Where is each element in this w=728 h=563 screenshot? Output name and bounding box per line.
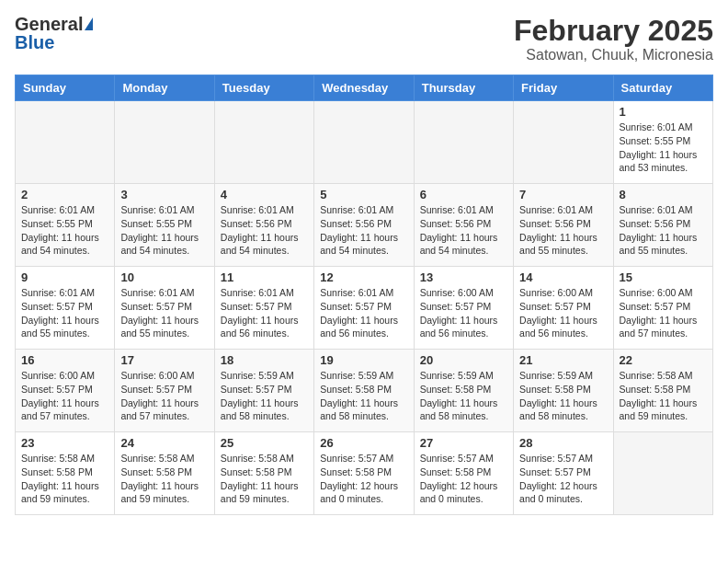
calendar-cell-2-7: 8Sunrise: 6:01 AM Sunset: 5:56 PM Daylig…: [613, 184, 712, 267]
day-info: Sunrise: 6:00 AM Sunset: 5:57 PM Dayligh…: [620, 286, 707, 340]
calendar-cell-1-2: [115, 101, 214, 184]
day-info: Sunrise: 6:01 AM Sunset: 5:57 PM Dayligh…: [221, 286, 308, 340]
calendar-cell-4-3: 18Sunrise: 5:59 AM Sunset: 5:57 PM Dayli…: [214, 350, 313, 432]
calendar-cell-5-2: 24Sunrise: 5:58 AM Sunset: 5:58 PM Dayli…: [115, 432, 214, 515]
day-number: 13: [420, 270, 507, 284]
day-number: 14: [519, 270, 607, 284]
calendar-cell-2-2: 3Sunrise: 6:01 AM Sunset: 5:55 PM Daylig…: [115, 184, 214, 267]
day-number: 10: [120, 270, 208, 284]
calendar-header-row: Sunday Monday Tuesday Wednesday Thursday…: [16, 75, 713, 101]
logo-general-text: General: [15, 15, 83, 33]
day-info: Sunrise: 6:00 AM Sunset: 5:57 PM Dayligh…: [120, 369, 208, 423]
calendar-cell-1-5: [414, 101, 513, 184]
day-number: 26: [320, 436, 407, 450]
col-thursday: Thursday: [414, 75, 513, 101]
day-number: 16: [21, 353, 108, 367]
col-sunday: Sunday: [16, 75, 115, 101]
col-wednesday: Wednesday: [314, 75, 414, 101]
calendar-week-2: 2Sunrise: 6:01 AM Sunset: 5:55 PM Daylig…: [16, 184, 713, 267]
logo-blue-text: Blue: [15, 33, 54, 52]
col-saturday: Saturday: [613, 75, 712, 101]
day-number: 23: [21, 436, 108, 450]
day-number: 25: [221, 436, 308, 450]
calendar-table: Sunday Monday Tuesday Wednesday Thursday…: [15, 75, 713, 515]
day-number: 2: [21, 188, 108, 201]
day-info: Sunrise: 5:59 AM Sunset: 5:57 PM Dayligh…: [221, 369, 308, 423]
calendar-cell-4-1: 16Sunrise: 6:00 AM Sunset: 5:57 PM Dayli…: [16, 350, 115, 432]
day-number: 15: [620, 270, 707, 284]
day-number: 11: [221, 270, 308, 284]
day-number: 21: [519, 353, 607, 367]
day-number: 22: [620, 353, 707, 367]
calendar-cell-2-6: 7Sunrise: 6:01 AM Sunset: 5:56 PM Daylig…: [514, 184, 613, 267]
day-number: 9: [21, 270, 108, 284]
day-info: Sunrise: 5:58 AM Sunset: 5:58 PM Dayligh…: [221, 452, 308, 506]
day-number: 4: [221, 188, 308, 201]
day-info: Sunrise: 6:01 AM Sunset: 5:57 PM Dayligh…: [320, 286, 407, 340]
day-info: Sunrise: 6:01 AM Sunset: 5:57 PM Dayligh…: [120, 286, 208, 340]
day-info: Sunrise: 5:59 AM Sunset: 5:58 PM Dayligh…: [320, 369, 407, 423]
col-monday: Monday: [115, 75, 214, 101]
day-info: Sunrise: 6:01 AM Sunset: 5:56 PM Dayligh…: [320, 203, 407, 258]
day-number: 3: [120, 188, 208, 201]
calendar-cell-3-2: 10Sunrise: 6:01 AM Sunset: 5:57 PM Dayli…: [115, 267, 214, 350]
day-info: Sunrise: 5:58 AM Sunset: 5:58 PM Dayligh…: [620, 369, 707, 423]
calendar-cell-3-7: 15Sunrise: 6:00 AM Sunset: 5:57 PM Dayli…: [613, 267, 712, 350]
col-friday: Friday: [514, 75, 613, 101]
calendar-week-3: 9Sunrise: 6:01 AM Sunset: 5:57 PM Daylig…: [16, 267, 713, 350]
day-info: Sunrise: 6:01 AM Sunset: 5:55 PM Dayligh…: [120, 203, 208, 258]
day-number: 17: [120, 353, 208, 367]
calendar-cell-1-3: [214, 101, 313, 184]
page-header: General Blue February 2025 Satowan, Chuu…: [15, 15, 713, 63]
day-info: Sunrise: 6:01 AM Sunset: 5:56 PM Dayligh…: [420, 203, 507, 258]
day-info: Sunrise: 6:01 AM Sunset: 5:56 PM Dayligh…: [519, 203, 607, 258]
calendar-cell-5-3: 25Sunrise: 5:58 AM Sunset: 5:58 PM Dayli…: [214, 432, 313, 515]
day-info: Sunrise: 6:00 AM Sunset: 5:57 PM Dayligh…: [519, 286, 607, 340]
day-info: Sunrise: 5:57 AM Sunset: 5:58 PM Dayligh…: [320, 452, 407, 506]
logo: General Blue: [15, 15, 93, 52]
calendar-week-4: 16Sunrise: 6:00 AM Sunset: 5:57 PM Dayli…: [16, 350, 713, 432]
day-info: Sunrise: 6:01 AM Sunset: 5:56 PM Dayligh…: [221, 203, 308, 258]
calendar-cell-5-6: 28Sunrise: 5:57 AM Sunset: 5:57 PM Dayli…: [514, 432, 613, 515]
day-info: Sunrise: 5:59 AM Sunset: 5:58 PM Dayligh…: [519, 369, 607, 423]
calendar-cell-3-1: 9Sunrise: 6:01 AM Sunset: 5:57 PM Daylig…: [16, 267, 115, 350]
day-number: 6: [420, 188, 507, 201]
day-info: Sunrise: 6:01 AM Sunset: 5:55 PM Dayligh…: [21, 203, 108, 258]
calendar-cell-5-7: [613, 432, 712, 515]
calendar-cell-5-1: 23Sunrise: 5:58 AM Sunset: 5:58 PM Dayli…: [16, 432, 115, 515]
calendar-cell-1-1: [16, 101, 115, 184]
day-info: Sunrise: 6:01 AM Sunset: 5:56 PM Dayligh…: [620, 203, 707, 258]
calendar-cell-4-2: 17Sunrise: 6:00 AM Sunset: 5:57 PM Dayli…: [115, 350, 214, 432]
day-info: Sunrise: 5:57 AM Sunset: 5:58 PM Dayligh…: [420, 452, 507, 506]
day-info: Sunrise: 6:01 AM Sunset: 5:55 PM Dayligh…: [620, 121, 707, 175]
calendar-cell-2-4: 5Sunrise: 6:01 AM Sunset: 5:56 PM Daylig…: [314, 184, 414, 267]
calendar-cell-2-3: 4Sunrise: 6:01 AM Sunset: 5:56 PM Daylig…: [214, 184, 313, 267]
title-block: February 2025 Satowan, Chuuk, Micronesia: [514, 15, 713, 63]
calendar-cell-3-4: 12Sunrise: 6:01 AM Sunset: 5:57 PM Dayli…: [314, 267, 414, 350]
day-info: Sunrise: 6:00 AM Sunset: 5:57 PM Dayligh…: [420, 286, 507, 340]
calendar-cell-5-5: 27Sunrise: 5:57 AM Sunset: 5:58 PM Dayli…: [414, 432, 513, 515]
day-info: Sunrise: 5:58 AM Sunset: 5:58 PM Dayligh…: [120, 452, 208, 506]
day-number: 1: [620, 105, 707, 119]
calendar-cell-1-7: 1Sunrise: 6:01 AM Sunset: 5:55 PM Daylig…: [613, 101, 712, 184]
calendar-cell-4-4: 19Sunrise: 5:59 AM Sunset: 5:58 PM Dayli…: [314, 350, 414, 432]
page-subtitle: Satowan, Chuuk, Micronesia: [514, 47, 713, 63]
day-info: Sunrise: 6:01 AM Sunset: 5:57 PM Dayligh…: [21, 286, 108, 340]
calendar-cell-3-5: 13Sunrise: 6:00 AM Sunset: 5:57 PM Dayli…: [414, 267, 513, 350]
calendar-cell-3-3: 11Sunrise: 6:01 AM Sunset: 5:57 PM Dayli…: [214, 267, 313, 350]
calendar-cell-5-4: 26Sunrise: 5:57 AM Sunset: 5:58 PM Dayli…: [314, 432, 414, 515]
calendar-cell-1-6: [514, 101, 613, 184]
day-info: Sunrise: 5:58 AM Sunset: 5:58 PM Dayligh…: [21, 452, 108, 506]
calendar-cell-2-1: 2Sunrise: 6:01 AM Sunset: 5:55 PM Daylig…: [16, 184, 115, 267]
col-tuesday: Tuesday: [214, 75, 313, 101]
day-info: Sunrise: 5:57 AM Sunset: 5:57 PM Dayligh…: [519, 452, 607, 506]
day-number: 12: [320, 270, 407, 284]
day-number: 28: [519, 436, 607, 450]
day-number: 7: [519, 188, 607, 201]
day-info: Sunrise: 5:59 AM Sunset: 5:58 PM Dayligh…: [420, 369, 507, 423]
calendar-cell-1-4: [314, 101, 414, 184]
day-number: 5: [320, 188, 407, 201]
day-number: 20: [420, 353, 507, 367]
calendar-cell-4-5: 20Sunrise: 5:59 AM Sunset: 5:58 PM Dayli…: [414, 350, 513, 432]
day-number: 27: [420, 436, 507, 450]
